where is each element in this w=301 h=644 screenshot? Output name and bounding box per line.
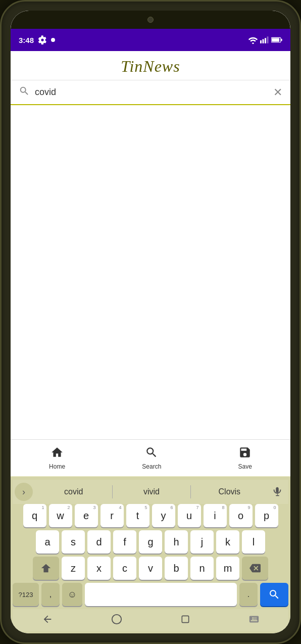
key-e[interactable]: 3e — [75, 504, 98, 527]
keyboard: › covid vivid Clovis 1q 2w 3e 4r 5t — [11, 477, 290, 633]
home-icon — [51, 446, 64, 462]
bottom-nav: Home Search Save — [11, 439, 290, 477]
camera-dot — [147, 17, 154, 23]
mic-button[interactable] — [268, 483, 286, 501]
key-s[interactable]: s — [62, 530, 85, 554]
key-t[interactable]: 5t — [126, 504, 149, 527]
phone-screen: 3:48 — [11, 11, 290, 633]
app-header: TinNews — [11, 51, 290, 80]
status-right — [248, 36, 282, 44]
search-input[interactable] — [35, 87, 268, 98]
key-symbols[interactable]: ?123 — [13, 583, 39, 606]
nav-recents-square[interactable] — [180, 614, 190, 626]
svg-rect-2 — [265, 38, 266, 43]
key-b[interactable]: b — [165, 557, 188, 580]
suggestion-word-2[interactable]: vivid — [113, 485, 190, 498]
key-l[interactable]: l — [242, 530, 265, 554]
android-nav-bar — [13, 609, 288, 631]
nav-label-search: Search — [142, 463, 161, 470]
svg-rect-6 — [281, 39, 282, 41]
svg-rect-8 — [182, 616, 188, 622]
nav-item-search[interactable]: Search — [130, 444, 173, 472]
key-period[interactable]: . — [239, 583, 258, 606]
key-a[interactable]: a — [36, 530, 59, 554]
key-w[interactable]: 2w — [49, 504, 72, 527]
battery-icon — [271, 36, 282, 43]
key-comma[interactable]: , — [41, 583, 60, 606]
key-c[interactable]: c — [113, 557, 136, 580]
svg-rect-0 — [260, 40, 262, 43]
key-v[interactable]: v — [139, 557, 162, 580]
key-search-button[interactable] — [260, 583, 288, 606]
key-m[interactable]: m — [216, 557, 239, 580]
status-time: 3:48 — [19, 36, 34, 44]
key-f[interactable]: f — [113, 530, 136, 554]
suggestions-words: covid vivid Clovis — [35, 485, 268, 498]
key-emoji[interactable]: ☺ — [62, 583, 82, 606]
key-j[interactable]: j — [190, 530, 214, 554]
search-bar[interactable]: ✕ — [11, 80, 290, 105]
suggestions-row: › covid vivid Clovis — [13, 480, 288, 504]
phone-frame: 3:48 — [0, 0, 301, 644]
key-row-4: ?123 , ☺ . — [13, 583, 288, 606]
wifi-icon — [248, 36, 258, 44]
key-o[interactable]: 9o — [229, 504, 253, 527]
key-backspace[interactable] — [242, 557, 268, 580]
key-row-2: a s d f g h j k l — [13, 530, 288, 554]
nav-home-circle[interactable] — [111, 614, 122, 627]
key-g[interactable]: g — [139, 530, 162, 554]
gear-icon — [38, 35, 47, 44]
notification-dot — [51, 38, 55, 42]
nav-search-icon — [145, 446, 158, 462]
status-left: 3:48 — [19, 35, 55, 44]
svg-rect-5 — [272, 38, 279, 41]
status-bar: 3:48 — [11, 29, 290, 51]
key-y[interactable]: 6y — [152, 504, 175, 527]
key-shift[interactable] — [33, 557, 59, 580]
signal-icon — [260, 36, 269, 44]
nav-item-home[interactable]: Home — [37, 444, 77, 472]
key-z[interactable]: z — [62, 557, 85, 580]
save-icon — [238, 446, 252, 462]
nav-label-home: Home — [49, 463, 65, 470]
clear-icon[interactable]: ✕ — [273, 86, 282, 99]
key-row-3: z x c v b n m — [13, 557, 288, 580]
key-p[interactable]: 0p — [255, 504, 278, 527]
main-content — [11, 105, 290, 439]
svg-point-7 — [112, 615, 121, 624]
suggestion-word-3[interactable]: Clovis — [191, 485, 268, 498]
key-i[interactable]: 8i — [204, 504, 227, 527]
key-q[interactable]: 1q — [23, 504, 46, 527]
nav-label-save: Save — [238, 463, 252, 470]
suggestion-word-1[interactable]: covid — [35, 485, 113, 498]
key-d[interactable]: d — [87, 530, 111, 554]
app-title: TinNews — [11, 57, 290, 76]
nav-item-save[interactable]: Save — [226, 444, 264, 472]
key-r[interactable]: 4r — [101, 504, 124, 527]
key-space[interactable] — [85, 583, 237, 606]
camera-bar — [11, 11, 290, 29]
suggestions-arrow[interactable]: › — [15, 483, 33, 501]
svg-rect-1 — [263, 39, 264, 43]
nav-keyboard-icon[interactable] — [248, 614, 260, 627]
key-u[interactable]: 7u — [178, 504, 201, 527]
key-k[interactable]: k — [216, 530, 239, 554]
svg-rect-3 — [267, 36, 269, 43]
key-row-1: 1q 2w 3e 4r 5t 6y 7u 8i 9o 0p — [13, 504, 288, 527]
key-x[interactable]: x — [87, 557, 111, 580]
search-icon — [19, 85, 30, 99]
nav-back-icon[interactable] — [42, 614, 53, 627]
key-h[interactable]: h — [165, 530, 188, 554]
key-n[interactable]: n — [190, 557, 214, 580]
